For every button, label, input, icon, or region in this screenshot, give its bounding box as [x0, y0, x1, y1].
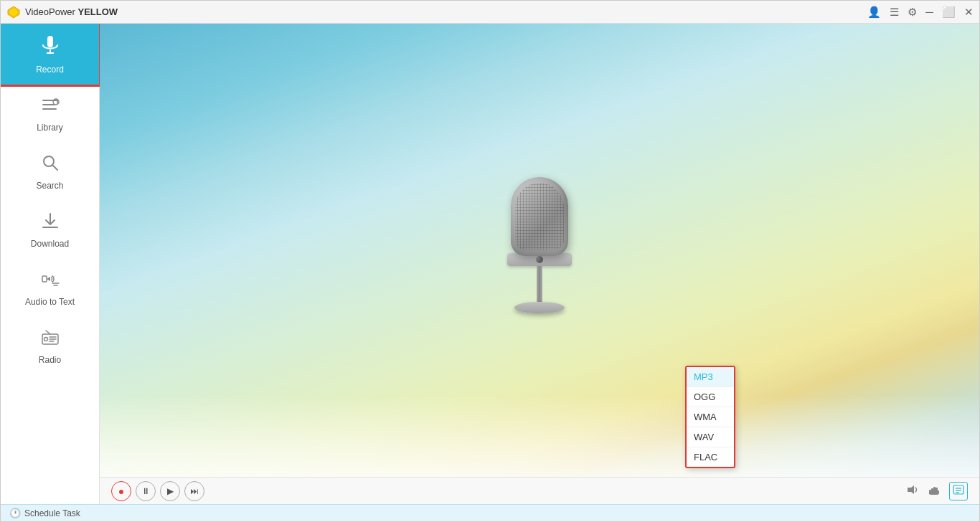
sidebar: Record Library	[1, 24, 100, 504]
gear-icon[interactable]: ⚙	[908, 6, 917, 19]
format-mp3[interactable]: MP3	[687, 367, 734, 387]
app-title-bold: YELLOW	[77, 6, 118, 17]
schedule-label: Schedule Task	[24, 508, 80, 518]
sidebar-item-download[interactable]: Download	[1, 201, 99, 259]
user-icon[interactable]: 👤	[867, 6, 881, 19]
radio-icon	[40, 327, 60, 352]
schedule-icon: 🕐	[9, 508, 21, 518]
right-controls	[906, 482, 968, 500]
playback-controls: ● ⏸ ▶ ⏭	[111, 481, 204, 501]
mic-base	[514, 302, 565, 313]
main-content: MP3 OGG WMA WAV FLAC ● ⏸ ▶ ⏭	[100, 24, 979, 504]
maximize-icon[interactable]: ⬜	[942, 6, 956, 19]
content-wrapper: Record Library	[1, 24, 979, 504]
sidebar-search-label: Search	[36, 181, 63, 191]
format-wma[interactable]: WMA	[687, 407, 734, 427]
play-button[interactable]: ▶	[160, 481, 180, 501]
volume-icon[interactable]	[906, 483, 919, 499]
sidebar-item-record[interactable]: Record	[1, 24, 99, 85]
record-icon	[39, 34, 62, 62]
svg-line-11	[52, 165, 57, 170]
format-flac[interactable]: FLAC	[687, 447, 734, 467]
format-wav[interactable]: WAV	[687, 427, 734, 447]
window-controls: 👤 ☰ ⚙ ─ ⬜ ✕	[867, 6, 974, 19]
list-icon[interactable]: ☰	[890, 6, 899, 19]
sidebar-item-search[interactable]: Search	[1, 143, 99, 201]
schedule-bar: 🕐 Schedule Task	[1, 504, 979, 521]
minimize-icon[interactable]: ─	[925, 6, 933, 18]
sidebar-item-radio[interactable]: Radio	[1, 317, 99, 375]
app-title-regular: VideoPower	[25, 6, 77, 17]
mic-neck	[537, 266, 542, 302]
svg-rect-14	[42, 276, 47, 282]
sidebar-download-label: Download	[31, 239, 69, 249]
search-icon	[40, 153, 60, 178]
sidebar-audio-to-text-label: Audio to Text	[25, 297, 75, 307]
playback-toolbar: ● ⏸ ▶ ⏭	[100, 477, 979, 504]
record-button[interactable]: ●	[111, 481, 131, 501]
sidebar-library-label: Library	[37, 123, 63, 133]
sidebar-record-label: Record	[36, 65, 64, 75]
svg-rect-2	[47, 36, 53, 47]
format-select-icon[interactable]	[949, 482, 968, 500]
sidebar-item-library[interactable]: Library	[1, 85, 99, 143]
mic-head	[511, 177, 568, 256]
app-title: VideoPower YELLOW	[25, 6, 118, 17]
format-ogg[interactable]: OGG	[687, 387, 734, 407]
format-dropdown: MP3 OGG WMA WAV FLAC	[685, 366, 735, 468]
titlebar: VideoPower YELLOW 👤 ☰ ⚙ ─ ⬜ ✕	[1, 1, 979, 24]
clouds	[100, 395, 979, 481]
pause-button[interactable]: ⏸	[136, 481, 156, 501]
library-icon	[40, 95, 60, 120]
skip-button[interactable]: ⏭	[184, 481, 204, 501]
microphone	[496, 177, 583, 335]
app-window: VideoPower YELLOW 👤 ☰ ⚙ ─ ⬜ ✕	[0, 0, 980, 522]
svg-point-18	[44, 338, 47, 341]
audio-to-text-icon	[40, 269, 60, 294]
sidebar-item-audio-to-text[interactable]: Audio to Text	[1, 259, 99, 317]
app-logo	[6, 5, 21, 19]
close-icon[interactable]: ✕	[964, 6, 974, 19]
mic-dot	[536, 256, 543, 263]
hand-icon[interactable]	[928, 483, 941, 499]
download-icon	[40, 211, 60, 236]
sidebar-radio-label: Radio	[39, 355, 61, 365]
svg-marker-23	[908, 485, 914, 494]
